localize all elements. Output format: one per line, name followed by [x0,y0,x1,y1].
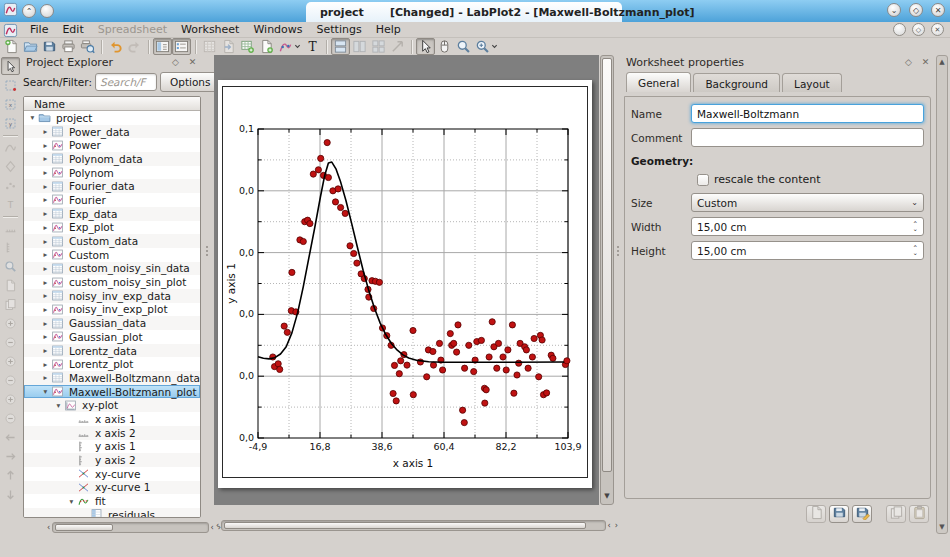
tree-item[interactable]: ▸Polynom [24,166,200,180]
print-button[interactable] [59,38,78,55]
tab-layout[interactable]: Layout [782,73,842,92]
menu-file[interactable]: File [23,22,55,38]
options-button[interactable]: Options [160,72,221,92]
add-y-axis-tool-button[interactable] [1,238,20,256]
expander-icon[interactable]: ▸ [40,237,51,246]
name-field[interactable] [691,104,924,123]
tree-item[interactable]: ▸Power [24,138,200,152]
tab-background[interactable]: Background [693,73,780,92]
tree-item[interactable]: ▸Polynom_data [24,152,200,166]
open-project-button[interactable] [21,38,40,55]
tree-item[interactable]: ▸Exp_data [24,207,200,221]
shift-left-x-button[interactable] [1,428,20,446]
scroll-left-icon[interactable]: ‹ [606,521,613,530]
tree-item[interactable]: x axis 2 [24,426,200,440]
shade-button[interactable]: ⌃ [22,4,36,18]
tree-item[interactable]: y axis 1 [24,440,200,454]
width-spinbox[interactable]: 15,00 cm ⌃⌄ [691,217,924,236]
select-and-edit-button[interactable] [1,57,20,75]
toggle-project-explorer-button[interactable] [153,38,172,55]
tree-item[interactable]: ▸Maxwell-Boltzmann_data [24,371,200,385]
tree-item[interactable]: ▸Gaussian_plot [24,330,200,344]
tree-item[interactable]: ▸Fourier_data [24,179,200,193]
close-panel-icon[interactable]: ✕ [920,57,931,67]
tree-item[interactable]: ▸custom_noisy_sin_plot [24,275,200,289]
spin-arrows-icon[interactable]: ⌃⌄ [913,222,918,231]
tree-item[interactable]: ▾project [24,111,200,125]
tree-item[interactable]: ▸Gaussian_data [24,316,200,330]
tree-item[interactable]: ▸noisy_inv_exp_data [24,289,200,303]
scroll-left-icon[interactable]: ‹ [45,523,52,532]
tree-item[interactable]: ▸Fourier [24,193,200,207]
tree-item[interactable]: ▸Custom [24,248,200,262]
duplicate-tool-button[interactable] [1,295,20,313]
scroll-down-icon[interactable]: ▼ [937,523,947,531]
vertical-layout-button[interactable] [331,38,350,55]
expander-icon[interactable]: ▸ [40,195,51,204]
shift-down-y-button[interactable] [1,485,20,503]
break-layout-button[interactable] [388,38,407,55]
navigate-mode-button[interactable] [435,38,454,55]
expander-icon[interactable]: ▸ [40,373,51,382]
import-data-button[interactable] [219,38,238,55]
add-curve-tool-button[interactable] [1,138,20,156]
expander-icon[interactable]: ▾ [53,401,64,410]
zoom-x-selection-button[interactable]: x [1,95,20,113]
expander-icon[interactable]: ▸ [40,168,51,177]
tree-item[interactable]: ▾xy-plot [24,398,200,412]
tree-item[interactable]: xy-curve [24,467,200,481]
undo-button[interactable] [106,38,125,55]
copy-properties-button[interactable] [886,505,906,523]
tree-item[interactable]: ▸Power_data [24,125,200,139]
tree-item[interactable]: xy-curve 1 [24,481,200,495]
spin-arrows-icon[interactable]: ⌃⌄ [913,246,918,255]
menu-edit[interactable]: Edit [55,22,90,38]
size-select[interactable]: Custom ⌄ [691,193,924,212]
expander-icon[interactable]: ▾ [27,113,38,122]
search-input[interactable] [95,73,157,91]
expander-icon[interactable]: ▸ [40,154,51,163]
minimize-button[interactable]: ⌄ [887,3,901,17]
zoom-select-mode-button[interactable] [454,38,473,55]
new-project-button[interactable] [2,38,21,55]
tree-item[interactable]: y axis 2 [24,453,200,467]
zoom-mode-button[interactable] [473,38,500,55]
toggle-properties-explorer-button[interactable] [172,38,191,55]
paste-properties-button[interactable] [909,505,929,523]
shift-right-x-button[interactable] [1,447,20,465]
splitter-handle[interactable] [204,240,209,262]
magnify-tool-button[interactable] [1,257,20,275]
menu-settings[interactable]: Settings [310,22,369,38]
expander-icon[interactable]: ▸ [40,264,51,273]
worksheet-page[interactable]: -4,916,838,660,482,2103,90,10,00,00,00,0… [218,80,592,488]
new-spreadsheet-button[interactable] [200,38,219,55]
add-data-points-tool-button[interactable] [1,176,20,194]
expander-icon[interactable]: ▸ [40,250,51,259]
expander-icon[interactable]: ▸ [40,182,51,191]
explorer-hscrollbar[interactable]: ‹ ‹ › [45,521,223,534]
dock-vscrollbar[interactable]: ▲ ▼ [936,55,948,534]
mdi-maximize-button[interactable]: ◇ [912,23,925,36]
zoom-in-button[interactable] [1,390,20,408]
expander-icon[interactable]: ▸ [40,332,51,341]
worksheet-vscrollbar[interactable]: ▼ [600,55,614,505]
tree-item[interactable]: ▸noisy_inv_exp_plot [24,303,200,317]
template-save-button[interactable] [829,505,849,523]
zoom-in-x-button[interactable] [1,314,20,332]
new-page-tool-button[interactable] [1,276,20,294]
select-mode-button[interactable] [416,38,435,55]
zoom-out-button[interactable] [1,409,20,427]
zoom-out-x-button[interactable] [1,333,20,351]
add-text-label-button[interactable] [257,38,276,55]
menu-spreadsheet[interactable]: Spreadsheet [91,22,174,38]
mdi-close-button[interactable]: ✕ [931,23,944,36]
mdi-restore-button[interactable] [893,23,906,36]
redo-button[interactable] [125,38,144,55]
print-preview-button[interactable] [78,38,97,55]
expander-icon[interactable]: ▸ [40,223,51,232]
menu-worksheet[interactable]: Worksheet [174,22,246,38]
maxwell-boltzmann-plot[interactable]: -4,916,838,660,482,2103,90,10,00,00,00,0… [218,80,592,488]
template-load-button[interactable] [806,505,826,523]
tree-item[interactable]: ▾fit [24,494,200,508]
add-x-axis-tool-button[interactable] [1,219,20,237]
